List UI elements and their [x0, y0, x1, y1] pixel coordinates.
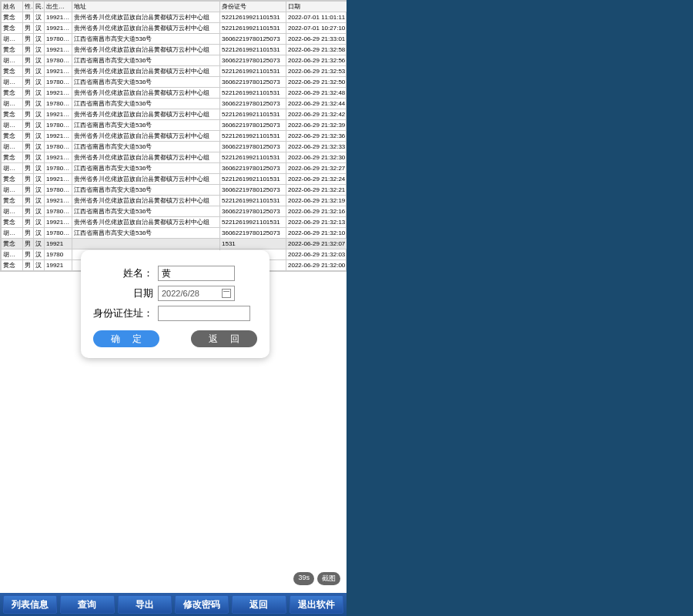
date-label: 日期: [93, 286, 153, 300]
col-header[interactable]: 出生年月: [45, 2, 72, 12]
cell-name: 胡冬胜: [2, 163, 23, 174]
cell-name: 黄念: [2, 66, 23, 77]
table-row[interactable]: 胡冬胜男汉19780125江西省南昌市高安大道536号3606221978012…: [2, 228, 348, 239]
cell-nat: 汉: [34, 260, 45, 271]
cell-nat: 汉: [34, 196, 45, 206]
cell-name: 胡冬胜: [2, 55, 23, 66]
cell-addr: 贵州省务川仡佬族苗族自治县黄都镇万云村中心组: [72, 23, 220, 34]
cell-nat: 汉: [34, 23, 45, 34]
cell-name: 胡冬胜: [2, 185, 23, 196]
cell-sex: 男: [23, 66, 34, 77]
table-row[interactable]: 胡冬胜男汉19780125江西省南昌市高安大道536号3606221978012…: [2, 185, 348, 196]
cell-date: 2022-06-29 21:32:58: [286, 45, 348, 55]
cell-nat: 汉: [34, 34, 45, 45]
table-row[interactable]: 胡冬胜男汉19780125江西省南昌市高安大道536号3606221978012…: [2, 163, 348, 174]
cell-addr: 贵州省务川仡佬族苗族自治县黄都镇万云村中心组: [72, 66, 220, 77]
toolbar-button[interactable]: 返回: [232, 595, 286, 614]
table-row[interactable]: 黄念男汉19921105贵州省务川仡佬族苗族自治县黄都镇万云村中心组522126…: [2, 131, 348, 142]
table-row[interactable]: 黄念男汉19921105贵州省务川仡佬族苗族自治县黄都镇万云村中心组522126…: [2, 196, 348, 206]
cell-sex: 男: [23, 55, 34, 66]
table-row[interactable]: 黄念男汉19921105贵州省务川仡佬族苗族自治县黄都镇万云村中心组522126…: [2, 88, 348, 99]
table-row[interactable]: 胡冬胜男汉19780125江西省南昌市高安大道536号3606221978012…: [2, 142, 348, 152]
col-header[interactable]: 民族: [34, 2, 45, 12]
table-row[interactable]: 胡冬胜男汉19780125江西省南昌市高安大道536号3606221978012…: [2, 34, 348, 45]
table-row[interactable]: 胡冬胜男汉19780125江西省南昌市高安大道536号3606221978012…: [2, 206, 348, 217]
cell-addr: 贵州省务川仡佬族苗族自治县黄都镇万云村中心组: [72, 174, 220, 185]
cell-date: 2022-06-29 21:32:13: [286, 217, 348, 228]
cell-addr: 江西省南昌市高安大道536号: [72, 34, 220, 45]
cell-name: 黄念: [2, 196, 23, 206]
search-ok-button[interactable]: 确 定: [93, 330, 159, 347]
cell-nat: 汉: [34, 152, 45, 163]
cell-date: 2022-06-29 21:32:56: [286, 55, 348, 66]
cell-date: 2022-07-01 10:27:10: [286, 23, 348, 34]
cell-sex: 男: [23, 99, 34, 109]
table-row[interactable]: 黄念男汉19921105贵州省务川仡佬族苗族自治县黄都镇万云村中心组522126…: [2, 45, 348, 55]
cell-nat: 汉: [34, 217, 45, 228]
table-row[interactable]: 胡冬胜男汉19780125江西省南昌市高安大道536号3606221978012…: [2, 77, 348, 88]
toolbar-button[interactable]: 查询: [60, 595, 114, 614]
cell-date: 2022-06-29 21:32:42: [286, 109, 348, 120]
col-header[interactable]: 日期: [286, 2, 348, 12]
cell-sex: 男: [23, 152, 34, 163]
cell-addr: 贵州省务川仡佬族苗族自治县黄都镇万云村中心组: [72, 109, 220, 120]
cell-name: 黄念: [2, 88, 23, 99]
toolbar-button[interactable]: 列表信息: [3, 595, 57, 614]
table-row[interactable]: 黄念男汉19921105贵州省务川仡佬族苗族自治县黄都镇万云村中心组522126…: [2, 12, 348, 23]
name-input[interactable]: [158, 266, 235, 281]
cell-birth: 19921105: [45, 196, 72, 206]
cell-sex: 男: [23, 120, 34, 131]
table-row[interactable]: 黄念男汉19921105贵州省务川仡佬族苗族自治县黄都镇万云村中心组522126…: [2, 66, 348, 77]
cell-id: 1531: [220, 239, 286, 249]
table-row[interactable]: 黄念男汉1992115312022-06-29 21:32:07: [2, 239, 348, 249]
toolbar-button[interactable]: 退出软件: [290, 595, 343, 614]
cell-addr: 江西省南昌市高安大道536号: [72, 77, 220, 88]
col-header[interactable]: 性别: [23, 2, 34, 12]
table-row[interactable]: 胡冬胜男汉19780125江西省南昌市高安大道536号3606221978012…: [2, 120, 348, 131]
col-header[interactable]: 地址: [72, 2, 220, 12]
cell-id: 36062219780125073: [220, 163, 286, 174]
cell-addr: 江西省南昌市高安大道536号: [72, 185, 220, 196]
cell-addr: 贵州省务川仡佬族苗族自治县黄都镇万云村中心组: [72, 217, 220, 228]
table-row[interactable]: 黄念男汉19921105贵州省务川仡佬族苗族自治县黄都镇万云村中心组522126…: [2, 23, 348, 34]
calendar-icon[interactable]: [222, 289, 231, 298]
date-input[interactable]: 2022/6/28: [158, 286, 235, 301]
cell-name: 黄念: [2, 174, 23, 185]
cell-date: 2022-06-29 21:32:00: [286, 260, 348, 271]
cell-name: 胡冬胜: [2, 120, 23, 131]
cell-id: 52212619921101531: [220, 66, 286, 77]
cell-birth: 19921105: [45, 152, 72, 163]
cell-date: 2022-06-29 21:32:07: [286, 239, 348, 249]
cell-birth: 19780125: [45, 120, 72, 131]
table-row[interactable]: 胡冬胜男汉19780125江西省南昌市高安大道536号3606221978012…: [2, 99, 348, 109]
cell-nat: 汉: [34, 120, 45, 131]
cell-nat: 汉: [34, 239, 45, 249]
search-dialog: 姓名： 日期 2022/6/28 身份证住址： 确 定 返 回: [81, 250, 270, 358]
cell-sex: 男: [23, 131, 34, 142]
cell-name: 黄念: [2, 109, 23, 120]
cell-nat: 汉: [34, 206, 45, 217]
cell-sex: 男: [23, 239, 34, 249]
cell-addr: [72, 239, 220, 249]
cell-birth: 19921105: [45, 23, 72, 34]
cell-addr: 江西省南昌市高安大道536号: [72, 163, 220, 174]
table-row[interactable]: 黄念男汉19921105贵州省务川仡佬族苗族自治县黄都镇万云村中心组522126…: [2, 174, 348, 185]
cell-sex: 男: [23, 249, 34, 260]
table-row[interactable]: 黄念男汉19921105贵州省务川仡佬族苗族自治县黄都镇万云村中心组522126…: [2, 217, 348, 228]
table-row[interactable]: 黄念男汉19921105贵州省务川仡佬族苗族自治县黄都镇万云村中心组522126…: [2, 109, 348, 120]
table-row[interactable]: 胡冬胜男汉19780125江西省南昌市高安大道536号3606221978012…: [2, 55, 348, 66]
cell-id: 36062219780125073: [220, 228, 286, 239]
col-header[interactable]: 身份证号: [220, 2, 286, 12]
cell-birth: 19921105: [45, 12, 72, 23]
toolbar-button[interactable]: 导出: [118, 595, 172, 614]
cell-addr: 贵州省务川仡佬族苗族自治县黄都镇万云村中心组: [72, 12, 220, 23]
table-row[interactable]: 黄念男汉19921105贵州省务川仡佬族苗族自治县黄都镇万云村中心组522126…: [2, 152, 348, 163]
col-header[interactable]: 姓名: [2, 2, 23, 12]
toolbar-button[interactable]: 修改密码: [175, 595, 229, 614]
id-addr-input[interactable]: [158, 306, 250, 321]
cell-birth: 19780125: [45, 99, 72, 109]
cell-birth: 19921: [45, 260, 72, 271]
cell-birth: 19921: [45, 239, 72, 249]
search-back-button[interactable]: 返 回: [191, 330, 257, 347]
cell-sex: 男: [23, 77, 34, 88]
